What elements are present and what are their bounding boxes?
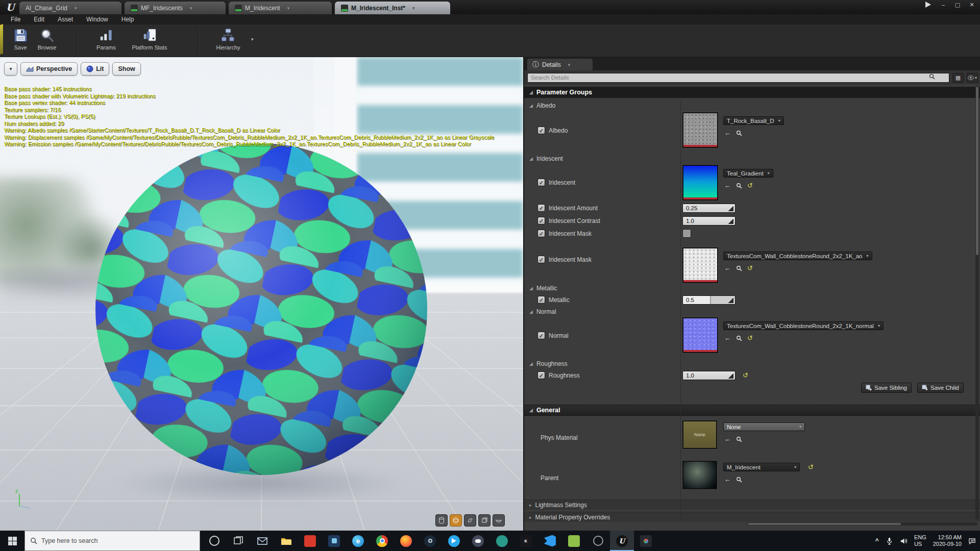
reset-to-default-icon[interactable]: ↺ — [747, 265, 753, 271]
iridescent-mask-swatch[interactable] — [682, 229, 691, 238]
viewport-options-button[interactable]: ▾ — [4, 62, 17, 76]
app-ring-button[interactable] — [586, 531, 610, 551]
params-button[interactable]: Params — [88, 27, 125, 55]
hierarchy-button[interactable]: Hierarchy — [208, 27, 248, 55]
preview-viewport[interactable]: ▾ Perspective Lit Show — [0, 57, 523, 531]
tab-m-iridescent[interactable]: M_Iridescent ▾ — [228, 1, 332, 14]
app-red-button[interactable] — [298, 531, 322, 551]
normal-checkbox[interactable]: ✓ — [537, 332, 545, 339]
iridescent-mask-texture-thumbnail[interactable] — [682, 247, 718, 283]
albedo-texture-thumbnail[interactable] — [682, 112, 718, 148]
epic-games-button[interactable]: E — [514, 531, 538, 551]
value-slider-icon[interactable] — [728, 373, 733, 379]
preview-cube-button[interactable] — [478, 514, 491, 527]
platform-stats-button[interactable]: Platform Stats — [127, 27, 173, 55]
phys-material-thumbnail[interactable]: None — [682, 420, 717, 449]
mail-button[interactable] — [250, 531, 274, 551]
app-green2-button[interactable] — [562, 531, 586, 551]
iridescent-contrast-checkbox[interactable]: ✓ — [537, 217, 545, 224]
iridescent-contrast-field[interactable]: 1.0 — [682, 216, 736, 226]
show-menu-button[interactable]: Show — [112, 62, 140, 76]
material-preview-sphere[interactable] — [94, 142, 428, 476]
browse-to-asset-icon[interactable] — [736, 183, 742, 189]
use-selected-icon[interactable]: ← — [724, 476, 731, 483]
preview-teapot-button[interactable] — [493, 514, 505, 527]
section-metallic[interactable]: ◢ Metallic — [529, 285, 557, 292]
chrome-button[interactable] — [370, 531, 394, 551]
cortana-button[interactable] — [202, 531, 226, 551]
edge-button[interactable]: e — [346, 531, 370, 551]
telegram-button[interactable] — [442, 531, 466, 551]
browse-to-asset-icon[interactable] — [736, 335, 742, 341]
volume-icon[interactable] — [900, 537, 908, 545]
iridescent-mask-texture-combo[interactable]: TexturesCom_Wall_CobblestoneRound_2x2_1K… — [723, 252, 872, 260]
unreal-editor-taskbar-button[interactable]: U — [610, 531, 634, 551]
roughness-field[interactable]: 1.0 — [682, 371, 736, 380]
preview-cylinder-button[interactable] — [435, 514, 448, 527]
app-color-button[interactable] — [634, 531, 658, 551]
vscode-button[interactable] — [538, 531, 562, 551]
maximize-button[interactable]: ▢ — [950, 0, 965, 10]
use-selected-icon[interactable]: ← — [724, 265, 731, 271]
iridescent-mask-checkbox[interactable]: ✓ — [537, 230, 545, 237]
feedback-arrow-icon[interactable] — [925, 2, 931, 8]
menu-edit[interactable]: Edit — [27, 14, 51, 24]
menu-help[interactable]: Help — [115, 14, 141, 24]
section-normal[interactable]: ◢ Normal — [529, 308, 556, 315]
lit-mode-button[interactable]: Lit — [81, 62, 109, 76]
metallic-slider[interactable]: 0.5 — [682, 295, 736, 305]
value-slider-icon[interactable] — [728, 206, 733, 211]
reset-to-default-icon[interactable]: ↺ — [808, 464, 814, 470]
discord-button[interactable] — [466, 531, 490, 551]
start-button[interactable] — [0, 531, 24, 551]
section-albedo[interactable]: ◢ Albedo — [529, 102, 555, 109]
app-green-button[interactable] — [490, 531, 514, 551]
use-selected-icon[interactable]: ← — [724, 182, 731, 189]
taskbar-search-box[interactable]: Type here to search — [24, 531, 200, 551]
details-horizontal-scrollbar[interactable] — [747, 522, 977, 525]
view-options-grid-button[interactable]: ▦ — [952, 73, 964, 83]
tab-ai-chase-grid[interactable]: AI_Chase_Grid ▾ — [19, 1, 122, 14]
use-selected-icon[interactable]: ← — [724, 436, 731, 442]
menu-asset[interactable]: Asset — [51, 14, 80, 24]
iridescent-amount-checkbox[interactable]: ✓ — [537, 204, 545, 212]
details-vertical-scrollbar[interactable] — [975, 86, 979, 519]
preview-sphere-button[interactable] — [450, 514, 462, 527]
value-slider-icon[interactable] — [728, 297, 733, 303]
iridescent-texture-thumbnail[interactable] — [682, 165, 718, 201]
hierarchy-dropdown-caret[interactable]: ▾ — [251, 37, 254, 42]
normal-texture-combo[interactable]: TexturesCom_Wall_CobblestoneRound_2x2_1K… — [723, 321, 884, 330]
perspective-button[interactable]: Perspective — [20, 62, 78, 76]
phys-material-combo[interactable]: None ▾ — [723, 422, 805, 431]
minimize-button[interactable]: – — [936, 0, 950, 10]
parent-material-thumbnail[interactable] — [682, 461, 717, 489]
roughness-checkbox[interactable]: ✓ — [537, 371, 545, 379]
details-tab[interactable]: ⓘ Details ▾ — [527, 59, 593, 70]
iridescent-checkbox[interactable]: ✓ — [537, 179, 545, 186]
preview-plane-button[interactable] — [464, 514, 476, 527]
tray-expand-icon[interactable]: ^ — [875, 537, 879, 544]
tab-mf-iridescents[interactable]: MF_Iridescents ▾ — [124, 1, 226, 14]
use-selected-icon[interactable]: ← — [724, 335, 731, 341]
firefox-button[interactable] — [394, 531, 418, 551]
reset-to-default-icon[interactable]: ↺ — [747, 182, 753, 189]
action-center-icon[interactable] — [968, 537, 976, 545]
browse-to-asset-icon[interactable] — [736, 477, 742, 483]
iridescent-texture-combo[interactable]: Teal_Gradient ▾ — [723, 169, 773, 178]
material-property-overrides-header[interactable]: ▸ Material Property Overrides — [524, 512, 980, 522]
save-sibling-button[interactable]: Save Sibling — [861, 383, 912, 393]
general-section-header[interactable]: ◢ General — [524, 405, 980, 416]
menu-window[interactable]: Window — [80, 14, 115, 24]
browse-button[interactable]: Browse — [29, 27, 65, 55]
visibility-filter-button[interactable]: ▾ — [967, 73, 978, 83]
albedo-checkbox[interactable]: ✓ — [537, 127, 545, 134]
browse-to-asset-icon[interactable] — [736, 130, 742, 136]
task-view-button[interactable] — [226, 531, 250, 551]
parent-material-combo[interactable]: M_Iridescent ▾ — [723, 463, 800, 471]
value-slider-icon[interactable] — [728, 218, 733, 224]
menu-file[interactable]: File — [4, 14, 27, 24]
normal-texture-thumbnail[interactable] — [682, 317, 718, 353]
metallic-checkbox[interactable]: ✓ — [537, 296, 545, 304]
section-roughness[interactable]: ◢ Roughness — [529, 360, 568, 367]
section-iridescent[interactable]: ◢ Iridescent — [529, 155, 563, 162]
